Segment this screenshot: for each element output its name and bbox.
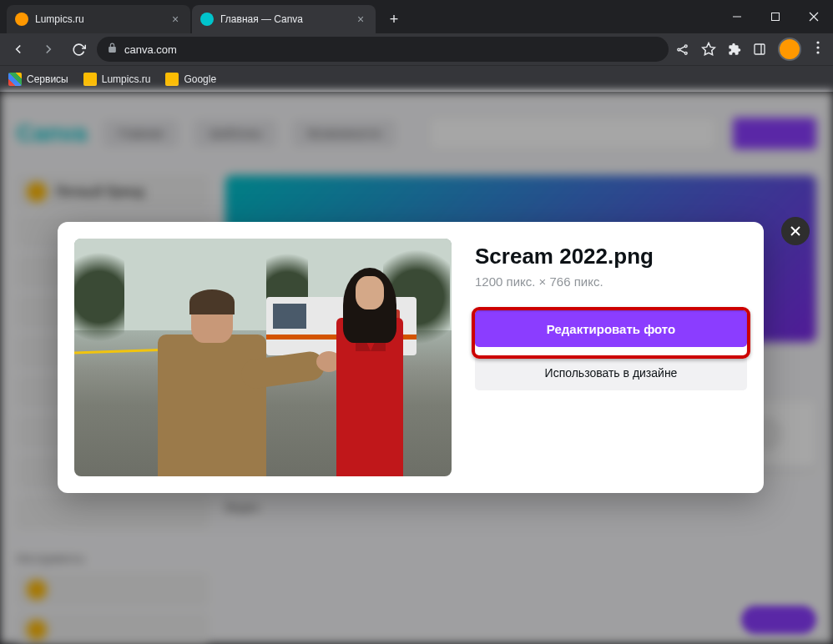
svg-rect-1 [772,13,780,21]
svg-point-8 [816,46,819,48]
star-icon[interactable] [701,42,716,57]
folder-icon [165,73,179,86]
favicon-icon [200,13,214,26]
svg-marker-4 [703,43,715,55]
minimize-button[interactable] [718,0,756,33]
close-icon [790,225,801,237]
file-dimensions: 1200 пикс. × 766 пикс. [475,274,747,289]
back-button[interactable] [7,38,30,61]
sidepanel-icon[interactable] [753,43,766,56]
close-icon[interactable]: × [169,13,182,26]
url-text: canva.com [124,43,177,56]
apps-icon [8,73,22,86]
browser-tab[interactable]: Главная — Canva × [192,5,376,33]
bookmark-item[interactable]: Google [165,73,216,86]
svg-point-7 [816,41,819,43]
browser-tab[interactable]: Lumpics.ru × [7,5,190,33]
use-in-design-button[interactable]: Использовать в дизайне [475,355,747,390]
bookmarks-bar: Сервисы Lumpics.ru Google [0,65,833,92]
lock-icon [107,42,118,57]
edit-photo-button[interactable]: Редактировать фото [475,310,747,347]
file-name: Scream 2022.png [475,244,747,269]
preview-image [74,239,452,476]
toolbar-actions [675,38,826,61]
modal-close-button[interactable] [781,217,810,245]
window-titlebar: Lumpics.ru × Главная — Canva × + [0,0,833,33]
address-bar[interactable]: canva.com [97,37,669,62]
bookmark-label: Сервисы [27,73,68,85]
bookmark-item[interactable]: Lumpics.ru [83,73,151,86]
tab-title: Lumpics.ru [35,13,164,25]
folder-icon [83,73,97,86]
reload-button[interactable] [67,38,90,61]
apps-shortcut[interactable]: Сервисы [8,73,68,86]
close-icon[interactable]: × [354,13,367,26]
profile-avatar[interactable] [778,38,801,61]
svg-rect-5 [755,44,765,54]
svg-point-9 [816,51,819,53]
modal-details: Scream 2022.png 1200 пикс. × 766 пикс. Р… [475,239,747,476]
forward-button[interactable] [37,38,60,61]
share-icon[interactable] [675,43,689,57]
window-close-button[interactable] [795,0,833,33]
tabs-region: Lumpics.ru × Главная — Canva × + [0,5,718,33]
menu-icon[interactable] [813,41,823,58]
favicon-icon [15,13,28,26]
maximize-button[interactable] [756,0,795,33]
browser-toolbar: canva.com [0,33,833,65]
upload-preview-modal: Scream 2022.png 1200 пикс. × 766 пикс. Р… [58,222,764,493]
bookmark-label: Google [184,73,216,85]
tab-title: Главная — Canva [220,13,349,25]
bookmark-label: Lumpics.ru [102,73,151,85]
extensions-icon[interactable] [728,43,741,56]
window-controls [718,0,833,33]
new-tab-button[interactable]: + [382,8,406,31]
